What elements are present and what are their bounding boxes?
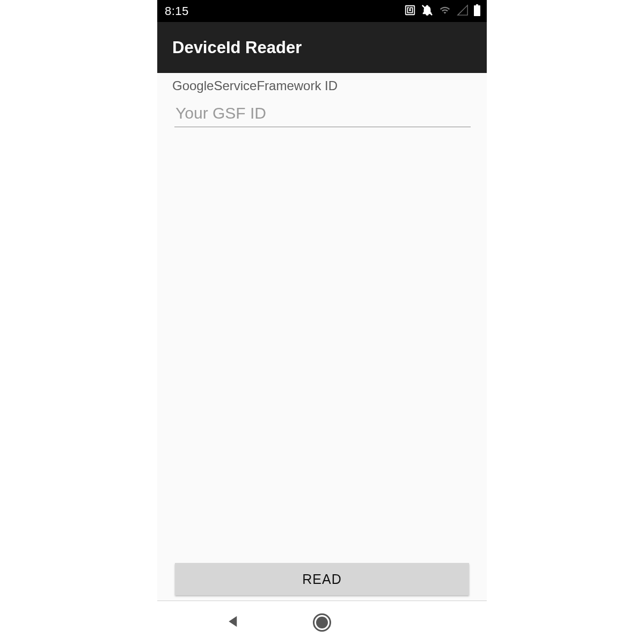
- battery-icon: [474, 4, 480, 18]
- status-bar: 8:15: [157, 0, 487, 22]
- status-time: 8:15: [165, 4, 189, 18]
- home-button[interactable]: [311, 612, 333, 633]
- gsf-id-input[interactable]: [174, 99, 471, 127]
- gsf-field-label: GoogleServiceFramework ID: [172, 78, 472, 93]
- dnd-off-icon: [421, 4, 433, 18]
- read-button[interactable]: READ: [175, 563, 469, 595]
- back-button[interactable]: [223, 612, 244, 633]
- app-bar: DeviceId Reader: [157, 22, 487, 73]
- spacer: [172, 127, 472, 563]
- content-area: GoogleServiceFramework ID READ: [157, 73, 487, 601]
- navigation-bar: [157, 601, 487, 644]
- recents-button[interactable]: [400, 612, 421, 633]
- phone-screen: 8:15 DeviceId Reader GoogleServiceFramew…: [157, 0, 487, 644]
- wifi-icon: [438, 5, 451, 18]
- signal-icon: [457, 4, 469, 18]
- back-icon: [225, 613, 241, 632]
- app-title: DeviceId Reader: [172, 38, 302, 57]
- status-icons-group: [404, 4, 480, 18]
- home-icon: [313, 613, 331, 632]
- nfc-icon: [404, 4, 416, 18]
